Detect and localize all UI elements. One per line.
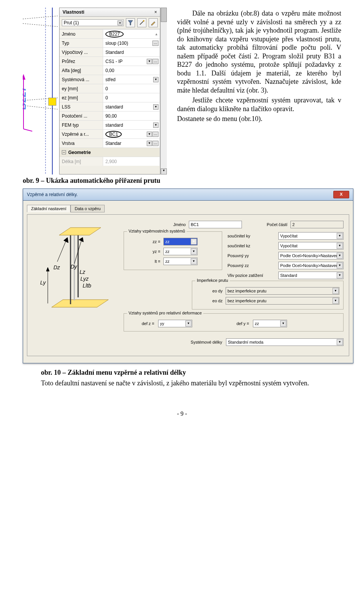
- group-geometrie[interactable]: –Geometrie: [60, 148, 160, 157]
- body-text: Dále na obrázku (obr.8) data o vzpěru má…: [177, 8, 341, 125]
- structure-wire-diagram: B227: [23, 8, 58, 174]
- input-jmeno[interactable]: BC1: [189, 221, 242, 228]
- svg-marker-18: [59, 228, 101, 235]
- chevron-down-icon: ▼: [280, 320, 286, 327]
- prop-value-typ[interactable]: sloup (100)…: [103, 38, 160, 47]
- buckling-dialog: Vzpěrné a relativní délky. X Základní na…: [23, 189, 353, 363]
- svg-rect-6: [49, 98, 56, 105]
- prop-value-vypoctovy[interactable]: Standard: [103, 47, 160, 57]
- ellipsis-icon[interactable]: …: [152, 59, 158, 64]
- close-button[interactable]: X: [333, 191, 349, 198]
- element-selector[interactable]: Prut (1)▼: [62, 19, 124, 26]
- figure-caption-9: obr. 9 – Ukázka automatického přiřazení …: [23, 177, 341, 185]
- group-imperfekce: Imperfekce prutu eo dybez imperfekce pru…: [192, 281, 344, 309]
- svg-marker-22: [64, 237, 68, 243]
- chevron-down-icon: ▼: [185, 320, 191, 327]
- close-icon[interactable]: ×: [154, 9, 157, 15]
- edit-icon[interactable]: [149, 18, 158, 27]
- chevron-down-icon: ▼: [191, 248, 197, 255]
- select-poszz[interactable]: Podle Ocel>Nosníky>Nastavení▼: [278, 262, 344, 269]
- chevron-down-icon: ▼: [337, 233, 343, 239]
- svg-text:Lltb: Lltb: [83, 283, 91, 289]
- label-pocet: Počet částí: [245, 222, 287, 227]
- ellipsis-icon[interactable]: …: [152, 141, 158, 146]
- select-posyy[interactable]: Podle Ocel>Nosníky>Nastavení▼: [278, 252, 344, 259]
- prop-value-alfa[interactable]: 0,00: [103, 66, 160, 75]
- scroll-thumb[interactable]: [161, 8, 167, 22]
- prop-value-ez[interactable]: 0: [103, 93, 160, 102]
- ellipsis-icon[interactable]: …: [152, 132, 158, 137]
- chevron-down-icon: ▼: [337, 262, 343, 269]
- svg-marker-8: [23, 74, 25, 80]
- svg-line-9: [24, 129, 32, 131]
- svg-marker-20: [46, 267, 49, 271]
- chevron-down-icon[interactable]: ▼: [147, 132, 152, 137]
- collapse-icon[interactable]: –: [62, 150, 66, 154]
- dialog-title: Vzpěrné a relativní délky.: [27, 192, 78, 197]
- select-defy[interactable]: zz▼: [253, 320, 287, 327]
- prop-value-jmeno[interactable]: B227▲: [103, 29, 160, 38]
- group-vztahy: Vztahy vzpěrnostních systémů zz =zz▼ yz …: [124, 231, 222, 270]
- bottom-paragraph: Toto defaultní nastavení se načte v závi…: [41, 379, 334, 388]
- prop-value-femtyp[interactable]: standard▼: [103, 120, 160, 129]
- tab-buckling-data[interactable]: Data o vzpěru: [71, 205, 105, 212]
- buckling-axes-diagram: Ly Dz Dy Lz Lyz Lltb: [33, 220, 117, 319]
- select-zz[interactable]: zz▼: [163, 238, 198, 245]
- wand-icon[interactable]: [137, 18, 146, 27]
- prop-value-lss[interactable]: standard▼: [103, 102, 160, 111]
- chevron-down-icon[interactable]: ▼: [147, 59, 152, 64]
- select-eody[interactable]: bez imperfekce prutu▼: [226, 287, 339, 295]
- filter-icon[interactable]: [126, 18, 135, 27]
- select-kz[interactable]: Vypočítat▼: [278, 242, 344, 250]
- label-jmeno: Jméno: [124, 222, 186, 227]
- prop-value-prurez[interactable]: CS1 - IP▼…: [103, 57, 160, 66]
- svg-line-21: [57, 239, 67, 262]
- chevron-down-icon: ▼: [191, 239, 197, 245]
- select-ky[interactable]: Vypočítat▼: [278, 232, 344, 240]
- chevron-down-icon: ▼: [337, 243, 343, 249]
- svg-point-12: [143, 20, 144, 22]
- label-sysdelky: Systémové délky: [124, 340, 222, 344]
- input-pocet: 2: [290, 221, 344, 228]
- chevron-down-icon: ▼: [333, 288, 339, 294]
- chevron-down-icon: ▼: [337, 339, 343, 345]
- scroll-down-arrow-icon[interactable]: ▼: [161, 168, 167, 174]
- chevron-down-icon: ▼: [333, 298, 339, 304]
- chevron-down-icon[interactable]: ▼: [153, 123, 158, 128]
- select-eodz[interactable]: bez imperfekce prutu▼: [226, 297, 339, 305]
- chevron-down-icon[interactable]: ▼: [147, 141, 152, 146]
- svg-marker-14: [52, 300, 108, 307]
- select-defz[interactable]: yy▼: [158, 320, 192, 327]
- select-yz[interactable]: zz▼: [163, 248, 198, 255]
- prop-value-delka: 2,900: [103, 157, 160, 166]
- properties-grid: Jméno B227▲ Typ sloup (100)… Výpočtový .…: [60, 29, 160, 166]
- svg-text:Ly: Ly: [40, 280, 46, 286]
- properties-panel: Vlastnosti × Prut (1)▼ Jméno B227: [59, 8, 160, 174]
- page-number: - 9 -: [23, 410, 341, 417]
- select-lt[interactable]: zz▼: [163, 258, 198, 265]
- panel-title: Vlastnosti: [63, 9, 84, 15]
- chevron-down-icon[interactable]: ▼: [153, 77, 158, 82]
- prop-value-systemova[interactable]: střed▼: [103, 75, 160, 84]
- chevron-down-icon: ▼: [337, 272, 343, 278]
- prop-value-vrstva[interactable]: Standar▼…: [103, 138, 160, 148]
- svg-text:Lyz: Lyz: [80, 276, 89, 282]
- select-sysdelky[interactable]: Standardní metoda▼: [226, 338, 344, 346]
- ellipsis-icon[interactable]: …: [152, 41, 158, 46]
- chevron-down-icon: ▼: [337, 253, 343, 259]
- svg-text:Dz: Dz: [53, 264, 60, 270]
- chevron-down-icon: ▼: [118, 20, 122, 25]
- prop-value-ey[interactable]: 0: [103, 84, 160, 93]
- tab-basic-settings[interactable]: Základní nastavení: [27, 205, 71, 212]
- svg-text:Lz: Lz: [80, 269, 86, 275]
- chevron-down-icon[interactable]: ▼: [153, 104, 158, 110]
- svg-marker-10: [128, 20, 133, 25]
- prop-value-pootoceni[interactable]: 90,00: [103, 111, 160, 120]
- group-deformace: Vztahy systémů pro relativní deformace d…: [124, 313, 344, 331]
- figure-caption-10: obr. 10 – Základní menu vzpěrné a relati…: [41, 369, 341, 377]
- select-vliv[interactable]: Standard▼: [278, 272, 344, 279]
- chevron-down-icon: ▼: [191, 258, 197, 264]
- prop-value-vzperne[interactable]: BC1▼…: [103, 129, 160, 138]
- svg-line-11: [140, 21, 144, 25]
- panel-scrollbar[interactable]: ▼: [160, 8, 167, 174]
